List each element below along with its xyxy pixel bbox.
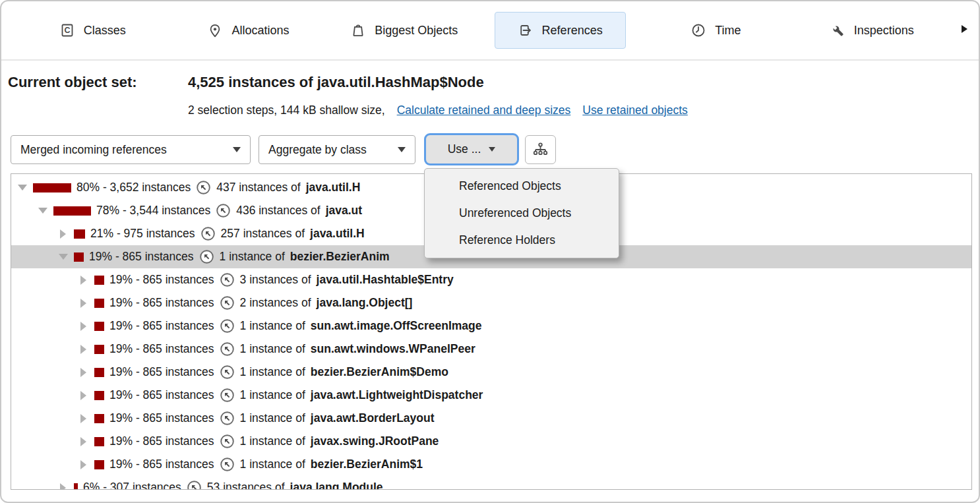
- incoming-reference-icon: [220, 341, 235, 357]
- row-percentage-label: 21% - 975 instances: [90, 227, 195, 241]
- tab-label: Biggest Objects: [375, 24, 458, 38]
- triangle-glyph: [80, 345, 86, 354]
- percentage-bar: [94, 460, 104, 469]
- incoming-reference-icon: [196, 180, 211, 195]
- row-count-text: 1 instance of: [240, 365, 305, 379]
- triangle-glyph: [80, 437, 86, 446]
- collapse-arrow-icon[interactable]: [57, 254, 69, 260]
- classes-icon: C: [59, 22, 75, 38]
- row-class-name: java.awt.LightweightDispatcher: [311, 388, 483, 402]
- expand-arrow-icon[interactable]: [78, 391, 89, 400]
- row-percentage-label: 19% - 865 instances: [109, 458, 214, 471]
- triangle-glyph: [80, 276, 86, 285]
- allocations-icon: [207, 22, 223, 38]
- percentage-bar: [94, 322, 104, 331]
- menu-item-unreferenced-objects[interactable]: Unreferenced Objects: [425, 200, 619, 227]
- row-count-text: 1 instance of: [240, 458, 305, 471]
- hierarchy-icon: [532, 142, 549, 158]
- tab-time[interactable]: Time: [638, 12, 793, 49]
- triangle-glyph: [60, 483, 66, 490]
- incoming-reference-icon: [200, 226, 216, 241]
- collapse-arrow-icon[interactable]: [37, 208, 48, 214]
- tab-label: Classes: [84, 24, 126, 38]
- collapse-arrow-icon[interactable]: [16, 185, 28, 191]
- percentage-bar: [94, 368, 104, 377]
- tab-allocations[interactable]: Allocations: [170, 12, 326, 49]
- tree-row[interactable]: 19% - 865 instances1 instance ofjava.awt…: [11, 407, 971, 430]
- tree-row[interactable]: 19% - 865 instances1 instance ofbezier.B…: [11, 361, 971, 384]
- triangle-glyph: [80, 368, 86, 377]
- tree-row[interactable]: 19% - 865 instances1 instance ofsun.awt.…: [11, 314, 971, 338]
- incoming-reference-icon: [187, 480, 202, 490]
- expand-arrow-icon[interactable]: [78, 322, 89, 331]
- menu-item-referenced-objects[interactable]: Referenced Objects: [425, 173, 619, 200]
- calculate-retained-sizes-link[interactable]: Calculate retained and deep sizes: [397, 104, 571, 117]
- triangle-glyph: [59, 254, 68, 260]
- use-dropdown-menu: Referenced ObjectsUnreferenced ObjectsRe…: [424, 168, 619, 258]
- row-class-name: java.util.H: [310, 227, 365, 241]
- percentage-bar: [94, 414, 104, 423]
- expand-arrow-icon[interactable]: [78, 276, 89, 285]
- use-button[interactable]: Use ...: [424, 133, 519, 165]
- percentage-bar: [53, 206, 91, 216]
- row-class-name: sun.awt.windows.WPanelPeer: [311, 342, 475, 356]
- tree-row[interactable]: 19% - 865 instances1 instance ofsun.awt.…: [11, 338, 971, 361]
- tree-row[interactable]: 19% - 865 instances3 instances ofjava.ut…: [11, 268, 971, 291]
- tree-row[interactable]: 19% - 865 instances1 instance ofjavax.sw…: [11, 430, 971, 453]
- inspections-icon: [830, 22, 845, 38]
- row-percentage-label: 78% - 3,544 instances: [96, 204, 210, 218]
- tab-inspections[interactable]: Inspections: [794, 12, 950, 49]
- tab-references[interactable]: References: [482, 12, 638, 49]
- expand-arrow-icon[interactable]: [78, 345, 89, 354]
- row-count-text: 1 instance of: [240, 434, 305, 448]
- row-percentage-label: 80% - 3,652 instances: [77, 181, 191, 194]
- references-icon: [518, 22, 534, 38]
- row-count-text: 53 instances of: [207, 481, 285, 490]
- profiler-window: CClassesAllocationsBiggest ObjectsRefere…: [0, 0, 980, 503]
- percentage-bar: [33, 183, 71, 192]
- tab-biggest-objects[interactable]: Biggest Objects: [326, 12, 482, 49]
- tab-overflow-button[interactable]: [961, 24, 968, 36]
- row-class-name: java.util.Hashtable$Entry: [317, 273, 454, 287]
- show-graph-button[interactable]: [525, 135, 556, 164]
- expand-arrow-icon[interactable]: [78, 460, 89, 469]
- row-class-name: java.awt.BorderLayout: [311, 411, 435, 425]
- aggregate-mode-value: Aggregate by class: [268, 143, 367, 157]
- use-retained-objects-link[interactable]: Use retained objects: [582, 104, 688, 117]
- triangle-glyph: [60, 229, 66, 239]
- triangle-glyph: [80, 299, 86, 308]
- incoming-reference-icon: [220, 318, 235, 334]
- triangle-glyph: [80, 414, 86, 423]
- percentage-bar: [74, 483, 78, 490]
- current-object-set-value: 4,525 instances of java.util.HashMap$Nod…: [188, 74, 484, 91]
- tree-row[interactable]: 19% - 865 instances2 instances ofjava.la…: [11, 291, 971, 314]
- row-count-text: 2 instances of: [240, 296, 311, 310]
- row-count-text: 437 instances of: [216, 181, 300, 194]
- dropdown-caret-icon: [233, 147, 241, 152]
- tab-label: Inspections: [854, 24, 914, 38]
- menu-item-reference-holders[interactable]: Reference Holders: [425, 227, 619, 254]
- triangle-glyph: [80, 460, 86, 469]
- expand-arrow-icon[interactable]: [78, 437, 89, 446]
- row-percentage-label: 19% - 865 instances: [109, 411, 214, 425]
- expand-arrow-icon[interactable]: [78, 368, 89, 377]
- row-count-text: 436 instances of: [236, 204, 320, 218]
- tree-row[interactable]: 19% - 865 instances1 instance ofbezier.B…: [11, 453, 971, 476]
- row-class-name: bezier.BezierAnim$1: [311, 458, 423, 471]
- incoming-reference-icon: [220, 411, 235, 426]
- current-object-set-label: Current object set:: [8, 74, 137, 91]
- incoming-reference-icon: [220, 365, 235, 380]
- expand-arrow-icon[interactable]: [57, 229, 69, 239]
- percentage-bar: [94, 391, 104, 400]
- row-count-text: 1 instance of: [240, 342, 305, 356]
- tab-inner: Time: [673, 12, 758, 49]
- incoming-reference-icon: [220, 434, 235, 449]
- expand-arrow-icon[interactable]: [57, 483, 69, 490]
- reference-mode-select[interactable]: Merged incoming references: [11, 135, 251, 164]
- tab-classes[interactable]: CClasses: [15, 12, 170, 49]
- aggregate-mode-select[interactable]: Aggregate by class: [259, 135, 415, 164]
- tree-row[interactable]: 19% - 865 instances1 instance ofjava.awt…: [11, 384, 971, 407]
- expand-arrow-icon[interactable]: [78, 299, 89, 308]
- tree-row[interactable]: 6% - 307 instances53 instances ofjava.la…: [11, 476, 971, 490]
- expand-arrow-icon[interactable]: [78, 414, 89, 423]
